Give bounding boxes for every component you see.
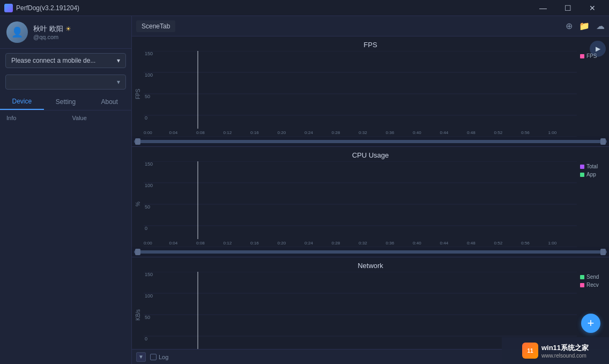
svg-text:0:08: 0:08 (196, 241, 205, 246)
svg-text:0:32: 0:32 (359, 241, 367, 246)
svg-text:0:28: 0:28 (331, 130, 340, 135)
svg-text:0:40: 0:40 (413, 130, 421, 135)
main-content: SceneTab ⊕ 📁 ☁ ▶ FPS FPS (132, 16, 609, 364)
sidebar: 👤 秋叶 欧阳 ☀ @qq.com Please connect a mobil… (0, 16, 132, 364)
fps-scrollbar-handle-right[interactable] (600, 138, 606, 145)
svg-text:0:48: 0:48 (467, 241, 476, 246)
cpu-scrollbar-handle-left[interactable] (135, 249, 140, 255)
close-button[interactable]: ✕ (580, 0, 605, 16)
cpu-scrollbar-handle-right[interactable] (600, 249, 606, 255)
maximize-button[interactable]: ☐ (555, 0, 580, 16)
svg-text:0:24: 0:24 (304, 130, 313, 135)
fps-chart-svg: 150 100 50 0 0:00 0:04 0:08 0:12 0:16 0:… (144, 51, 577, 137)
svg-text:0:56: 0:56 (521, 241, 530, 246)
watermark-site: win11系统之家 (541, 343, 589, 353)
cpu-chart-svg: 150 100 50 0 0:00 0:04 0:08 0:12 0:16 0:… (144, 161, 577, 247)
fps-chart-container: FPS FPS 150 100 (132, 36, 609, 147)
svg-text:0:44: 0:44 (440, 130, 448, 135)
log-label: Log (159, 354, 168, 360)
network-legend-send-dot (580, 275, 584, 279)
info-col-label: Info (0, 113, 66, 123)
device-select-text: Please connect a mobile de... (11, 57, 95, 64)
svg-text:0:52: 0:52 (494, 130, 502, 135)
fps-legend-fps: FPS (580, 53, 606, 59)
svg-text:1:00: 1:00 (548, 130, 556, 135)
app-title: PerfDog(v3.2.191204) (16, 4, 79, 12)
cpu-scrollbar[interactable] (132, 247, 609, 257)
log-checkbox[interactable] (150, 354, 157, 360)
minimize-button[interactable]: — (531, 0, 555, 16)
cpu-legend-app: App (580, 172, 606, 177)
tab-about[interactable]: About (87, 94, 131, 110)
fps-scrollbar-handle-left[interactable] (135, 138, 140, 145)
cpu-legend-app-dot (580, 173, 584, 177)
svg-text:100: 100 (145, 183, 153, 188)
collapse-button[interactable]: ▼ (136, 352, 146, 362)
svg-text:0:08: 0:08 (196, 130, 205, 135)
tab-setting[interactable]: Setting (44, 94, 88, 110)
add-chart-button[interactable]: + (581, 314, 600, 333)
svg-text:0: 0 (145, 336, 147, 341)
svg-text:150: 150 (145, 51, 153, 56)
chevron-down-icon: ▾ (117, 57, 120, 64)
svg-text:0:40: 0:40 (413, 241, 421, 246)
title-bar: PerfDog(v3.2.191204) — ☐ ✕ (0, 0, 609, 16)
network-legend-recv: Recv (580, 282, 606, 288)
location-icon[interactable]: ⊕ (566, 21, 573, 31)
svg-text:150: 150 (145, 272, 153, 277)
sun-icon: ☀ (65, 25, 71, 33)
sidebar-tabs: Device Setting About (0, 94, 131, 110)
device-select-dropdown[interactable]: Please connect a mobile de... ▾ (5, 53, 126, 68)
svg-text:0:32: 0:32 (359, 130, 367, 135)
watermark-text: win11系统之家 www.relsound.com (541, 343, 589, 359)
tab-device[interactable]: Device (0, 94, 44, 110)
user-email: @qq.com (33, 34, 71, 40)
watermark: 11 win11系统之家 www.relsound.com (502, 337, 609, 364)
folder-icon[interactable]: 📁 (579, 21, 590, 31)
top-bar: SceneTab ⊕ 📁 ☁ (132, 16, 609, 36)
cpu-legend-total-dot (580, 165, 584, 169)
fps-chart-body: FPS 150 100 50 (132, 51, 609, 137)
top-bar-icons: ⊕ 📁 ☁ (566, 21, 605, 31)
svg-text:0:00: 0:00 (144, 130, 152, 135)
fps-scrollbar[interactable] (132, 137, 609, 146)
svg-text:0:36: 0:36 (385, 241, 394, 246)
svg-text:0:44: 0:44 (440, 241, 448, 246)
cloud-icon[interactable]: ☁ (596, 21, 605, 31)
cpu-legend-total-label: Total (586, 164, 598, 169)
cpu-chart-title: CPU Usage (132, 151, 609, 159)
network-legend-recv-dot (580, 283, 584, 287)
fps-scrollbar-track[interactable] (134, 140, 607, 143)
svg-text:0:12: 0:12 (223, 130, 232, 135)
svg-text:0:04: 0:04 (169, 130, 177, 135)
value-col-label: Value (66, 113, 93, 123)
svg-text:0:28: 0:28 (331, 241, 340, 246)
network-legend-send-label: Send (586, 274, 599, 280)
main-layout: 👤 秋叶 欧阳 ☀ @qq.com Please connect a mobil… (0, 16, 609, 364)
svg-text:50: 50 (145, 94, 150, 99)
svg-text:0: 0 (145, 115, 147, 121)
svg-text:1:00: 1:00 (548, 241, 556, 246)
log-checkbox-row[interactable]: Log (150, 354, 168, 360)
cpu-chart-body: % 150 100 50 0 0:00 (132, 161, 609, 247)
fps-scrollbar-thumb[interactable] (134, 140, 607, 143)
fps-chart-title: FPS (132, 41, 609, 49)
scene-tab[interactable]: SceneTab (136, 20, 175, 32)
info-table-header: Info Value (0, 110, 131, 125)
user-name: 秋叶 欧阳 ☀ (33, 24, 71, 34)
svg-text:0:48: 0:48 (467, 130, 476, 135)
cpu-legend-app-label: App (586, 172, 596, 177)
cpu-scrollbar-track[interactable] (134, 250, 607, 254)
cpu-scrollbar-thumb[interactable] (134, 250, 607, 254)
app-select-dropdown[interactable]: ▾ (5, 75, 126, 90)
cpu-chart-container: CPU Usage % 150 100 50 0 (132, 147, 609, 257)
avatar: 👤 (6, 21, 28, 43)
title-bar-controls: — ☐ ✕ (531, 0, 605, 16)
charts-area: ▶ FPS FPS 150 (132, 36, 609, 349)
watermark-inner: 11 win11系统之家 www.relsound.com (522, 343, 589, 359)
svg-text:0:20: 0:20 (277, 130, 286, 135)
svg-text:0:12: 0:12 (223, 241, 232, 246)
svg-text:0:16: 0:16 (250, 130, 259, 135)
svg-text:150: 150 (145, 161, 153, 167)
svg-text:0:36: 0:36 (385, 130, 394, 135)
